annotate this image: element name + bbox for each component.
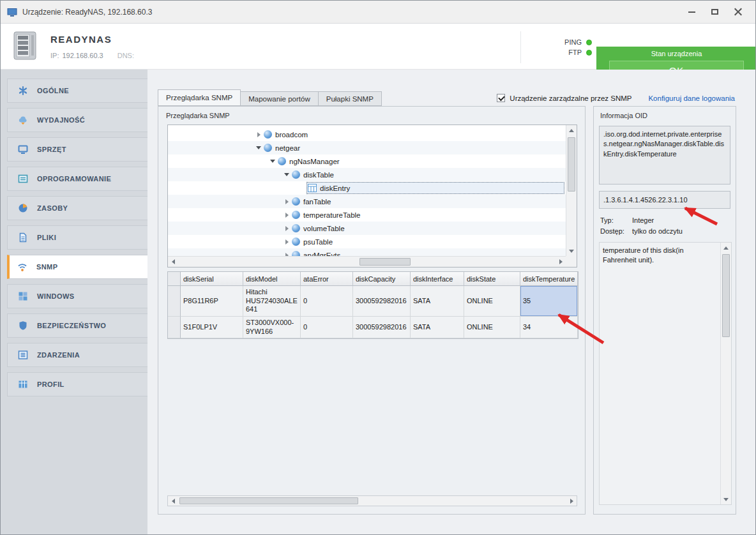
sidebar-item-bezpieczenstwo[interactable]: BEZPIECZEŃSTWO	[7, 313, 147, 338]
column-header[interactable]: diskInterface	[411, 272, 464, 286]
tree-collapse-toggle-icon[interactable]	[282, 226, 291, 231]
scrollbar-thumb[interactable]	[722, 254, 730, 337]
tree-item-label: aryMgrEvts	[303, 252, 340, 257]
description-vertical-scrollbar[interactable]	[720, 243, 731, 504]
device-header: READYNAS IP: 192.168.60.3 DNS: PING FTP …	[1, 24, 755, 70]
tree-item-arymgrevts[interactable]: aryMgrEvts	[168, 248, 566, 256]
titlebar[interactable]: Urządzenie: ReadyNAS, 192.168.60.3	[1, 1, 755, 24]
column-header[interactable]: diskModel	[243, 272, 301, 286]
sidebar-item-profil[interactable]: PROFIL	[7, 372, 147, 396]
scroll-right-icon[interactable]	[556, 257, 566, 267]
tree-item-fantable[interactable]: fanTable	[168, 195, 566, 208]
tree-item-broadcom[interactable]: broadcom	[168, 128, 566, 141]
column-header[interactable]: diskState	[464, 272, 520, 286]
tree-horizontal-scrollbar[interactable]	[168, 256, 566, 267]
sidebar-item-label: WINDOWS	[37, 292, 74, 300]
sidebar-item-sprzet[interactable]: SPRZĘT	[7, 137, 147, 162]
tree-item-label: ngNasManager	[289, 158, 340, 165]
table-cell[interactable]: P8G11R6P	[181, 286, 243, 317]
tree-item-psutable[interactable]: psuTable	[168, 235, 566, 248]
tree-collapse-toggle-icon[interactable]	[282, 199, 291, 204]
tree-expand-toggle-icon[interactable]	[254, 146, 263, 149]
table-cell[interactable]: 0	[301, 286, 353, 317]
tree-item-netgear[interactable]: netgear	[168, 141, 566, 154]
windows-icon	[18, 291, 28, 301]
scroll-down-icon[interactable]	[566, 246, 577, 256]
tab-pulapki-snmp[interactable]: Pułapki SNMP	[319, 91, 382, 106]
group-horizontal-scrollbar[interactable]	[167, 495, 577, 506]
mib-node-icon	[292, 197, 300, 206]
close-button[interactable]	[726, 4, 749, 20]
row-selector[interactable]	[168, 286, 181, 317]
table-cell[interactable]: ONLINE	[464, 317, 520, 338]
tree-item-diskentry[interactable]: diskEntry	[168, 181, 566, 195]
window-title: Urządzenie: ReadyNAS, 192.168.60.3	[22, 8, 152, 17]
table-cell[interactable]: 3000592982016	[353, 317, 411, 338]
snmp-manageable-checkbox[interactable]: Urządzenie zarządzalne przez SNMP	[497, 94, 631, 102]
tree-item-label: diskEntry	[320, 185, 350, 192]
tree-expand-toggle-icon[interactable]	[282, 173, 291, 176]
oid-panel-title: Informacja OID	[600, 112, 647, 119]
tree-item-label: broadcom	[275, 131, 308, 139]
table-cell[interactable]: S1F0LP1V	[181, 317, 243, 338]
tree-collapse-toggle-icon[interactable]	[282, 213, 291, 218]
sidebar-item-zdarzenia[interactable]: ZDARZENIA	[7, 343, 147, 367]
tree-item-label: fanTable	[303, 198, 331, 206]
oid-type-label: Typ:	[600, 216, 632, 224]
scroll-up-icon[interactable]	[721, 243, 731, 253]
ftp-label: FTP	[568, 49, 582, 56]
tree-item-disktable[interactable]: diskTable	[168, 168, 566, 181]
sidebar-item-wydajnosc[interactable]: WYDAJNOŚĆ	[7, 108, 147, 132]
tree-item-volumetable[interactable]: volumeTable	[168, 222, 566, 235]
connectivity-status: PING FTP	[520, 31, 592, 63]
scroll-up-icon[interactable]	[566, 125, 577, 135]
tree-vertical-scrollbar[interactable]	[566, 125, 577, 256]
scroll-right-icon[interactable]	[566, 496, 577, 506]
minimize-button[interactable]	[680, 4, 703, 20]
selected-tree-item[interactable]: diskEntry	[306, 182, 564, 194]
column-header[interactable]: diskSerial	[181, 272, 243, 286]
column-header[interactable]: diskTemperature	[520, 272, 578, 286]
scrollbar-thumb[interactable]	[179, 497, 358, 504]
sidebar-item-ogolne[interactable]: OGÓLNE	[7, 79, 147, 103]
scroll-left-icon[interactable]	[168, 496, 178, 506]
scroll-left-icon[interactable]	[168, 257, 178, 267]
tree-item-temperaturetable[interactable]: temperatureTable	[168, 208, 566, 222]
scrollbar-thumb[interactable]	[568, 137, 575, 192]
sidebar-item-snmp[interactable]: SNMP	[7, 255, 147, 279]
table-cell[interactable]: 34	[520, 317, 578, 338]
scroll-down-icon[interactable]	[721, 494, 731, 504]
table-cell[interactable]: Hitachi HUS724030ALE641	[243, 286, 301, 317]
sidebar-item-pliki[interactable]: PLIKI	[7, 225, 147, 250]
checkbox-checked-icon[interactable]	[497, 94, 505, 102]
tree-collapse-toggle-icon[interactable]	[282, 239, 291, 245]
tab-bar: Przeglądarka SNMP Mapowanie portów Pułap…	[158, 89, 382, 106]
selected-temperature-cell[interactable]: 35	[520, 286, 578, 317]
table-cell[interactable]: SATA	[411, 286, 464, 317]
ftp-status-dot	[586, 50, 592, 56]
sidebar-item-zasoby[interactable]: ZASOBY	[7, 196, 147, 220]
tree-collapse-toggle-icon[interactable]	[254, 132, 263, 137]
tree-expand-toggle-icon[interactable]	[268, 160, 277, 163]
table-cell[interactable]: 3000592982016	[353, 286, 411, 317]
sidebar-item-label: WYDAJNOŚĆ	[37, 116, 85, 124]
configure-credentials-link[interactable]: Konfiguruj dane logowania	[648, 94, 735, 102]
tab-mapowanie-portow[interactable]: Mapowanie portów	[241, 91, 319, 106]
table-cell[interactable]: ONLINE	[464, 286, 520, 317]
oid-numeric-box: .1.3.6.1.4.1.4526.22.3.1.10	[599, 191, 730, 209]
sidebar-item-windows[interactable]: WINDOWS	[7, 284, 147, 308]
scrollbar-thumb[interactable]	[359, 258, 411, 266]
tree-item-ngnasmanager[interactable]: ngNasManager	[168, 154, 566, 168]
row-selector[interactable]	[168, 317, 181, 338]
table-cell[interactable]: 0	[301, 317, 353, 338]
sidebar-item-label: PLIKI	[37, 234, 56, 241]
column-header[interactable]: diskCapacity	[353, 272, 411, 286]
mib-node-icon	[292, 251, 300, 256]
sidebar-item-oprogramowanie[interactable]: OPROGRAMOWANIE	[7, 167, 147, 191]
software-icon	[18, 174, 28, 184]
tab-przegladarka-snmp[interactable]: Przeglądarka SNMP	[158, 89, 241, 106]
maximize-button[interactable]	[703, 4, 726, 20]
table-cell[interactable]: SATA	[411, 317, 464, 338]
column-header[interactable]: ataError	[301, 272, 353, 286]
table-cell[interactable]: ST3000VX000-9YW166	[243, 317, 301, 338]
